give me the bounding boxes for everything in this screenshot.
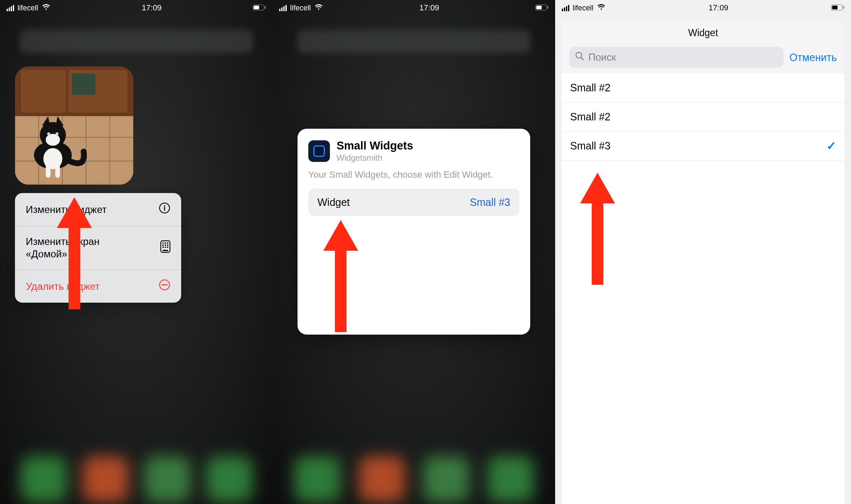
cancel-button[interactable]: Отменить [790,51,837,64]
svg-rect-1 [253,6,259,10]
svg-rect-30 [162,247,164,248]
home-search-blurred [20,30,253,53]
clock: 17:09 [142,3,162,12]
menu-label: Изменить экран «Домой» [26,235,100,260]
svg-rect-32 [167,247,168,248]
svg-rect-26 [167,242,168,244]
svg-rect-22 [164,207,165,211]
svg-rect-7 [21,70,66,113]
checkmark-icon: ✓ [826,139,836,153]
panel-title: Small Widgets [337,139,413,152]
battery-icon [535,3,548,12]
svg-rect-4 [15,114,133,185]
clock: 17:09 [419,3,439,12]
menu-remove-widget[interactable]: Удалить виджет [15,270,181,303]
svg-rect-13 [55,161,60,178]
screen-widget-picker: lifecell 17:09 Small Widgets Widgetsmith… [273,0,555,504]
apps-grid-icon [160,240,170,256]
svg-rect-42 [832,6,837,10]
selection-sheet: Widget Поиск Отменить Small #2 Small #2 … [562,21,844,504]
widget-photo[interactable] [15,66,133,185]
svg-rect-9 [72,73,96,95]
list-item[interactable]: Small #2 [562,73,844,103]
widget-config-panel: Small Widgets Widgetsmith Your Small Wid… [298,129,530,335]
carrier-label: lifecell [290,4,311,12]
carrier-label: lifecell [17,4,38,12]
wifi-icon [314,3,323,12]
panel-subtitle: Widgetsmith [337,153,413,163]
svg-rect-38 [536,6,541,10]
list-item[interactable]: Small #2 [562,103,844,132]
list-label: Small #2 [570,82,610,94]
svg-line-45 [581,58,584,60]
panel-description: Your Small Widgets, choose with Edit Wid… [308,169,519,180]
menu-edit-widget[interactable]: Изменить виджет [15,193,181,226]
svg-rect-25 [165,242,166,244]
home-search-blurred [298,30,530,53]
signal-icon [7,5,14,11]
search-input[interactable]: Поиск [569,47,784,68]
menu-edit-home[interactable]: Изменить экран «Домой» [15,226,181,270]
svg-rect-12 [46,161,50,178]
menu-label: Изменить виджет [26,203,107,216]
svg-rect-43 [843,6,844,9]
row-label: Widget [317,196,350,208]
info-icon [159,202,170,217]
svg-rect-39 [547,6,548,9]
signal-icon [562,5,569,11]
wifi-icon [42,3,51,12]
sheet-title: Widget [569,27,837,39]
svg-rect-27 [162,245,164,246]
svg-point-18 [47,132,50,135]
list-item[interactable]: Small #3 ✓ [562,132,844,161]
minus-circle-icon [159,279,170,294]
clock: 17:09 [708,3,728,12]
search-placeholder: Поиск [588,51,616,63]
row-value: Small #3 [470,196,510,208]
svg-point-21 [164,205,165,206]
svg-rect-24 [162,242,164,244]
svg-rect-2 [265,6,266,9]
menu-label: Удалить виджет [26,280,100,293]
search-icon [575,51,584,63]
screen-edit-menu: lifecell 17:09 [0,0,273,504]
dock-blurred [273,454,555,504]
status-bar: lifecell 17:09 [0,0,273,16]
svg-rect-29 [167,245,168,246]
svg-point-19 [55,132,58,135]
carrier-label: lifecell [573,4,593,12]
list-label: Small #2 [570,111,610,123]
screen-widget-list: lifecell 17:09 Widget Поиск Отменить [555,0,851,504]
dock-blurred [0,454,273,504]
svg-rect-33 [162,250,168,251]
battery-icon [831,3,844,12]
app-icon [308,140,330,162]
status-bar: lifecell 17:09 [273,0,555,16]
widget-context-menu: Изменить виджет Изменить экран «Домой» У… [15,193,181,303]
widget-list: Small #2 Small #2 Small #3 ✓ [562,73,844,161]
list-label: Small #3 [570,140,610,152]
svg-point-17 [46,134,60,146]
battery-icon [253,3,266,12]
svg-rect-35 [162,284,167,286]
wifi-icon [597,3,606,12]
svg-rect-28 [165,245,166,246]
signal-icon [279,5,287,11]
svg-rect-31 [165,247,166,248]
status-bar: lifecell 17:09 [555,0,851,16]
widget-select-row[interactable]: Widget Small #3 [308,188,519,216]
